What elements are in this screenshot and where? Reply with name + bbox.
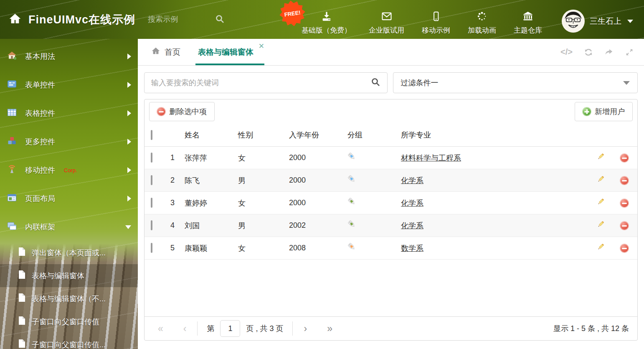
brand: FineUIMvc在线示例 [8,12,135,27]
sidebar-subitem-popup-window[interactable]: 弹出窗体（本页面或... [0,241,138,264]
tag-icon [347,155,357,163]
add-user-button[interactable]: 新增用户 [575,102,633,121]
sidebar-item-mobile-controls[interactable]: 移动控件 Corp. [0,156,138,184]
top-header: FineUIMvc在线示例 FREE! 基础版（免费） 企业版试用 [0,0,644,39]
sidebar-item-basic-usage[interactable]: 基本用法 [0,42,138,71]
next-page-button[interactable]: › [302,324,309,334]
tab-home[interactable]: 首页 [150,39,181,65]
file-icon [18,293,26,304]
select-all-checkbox[interactable] [151,130,152,140]
row-checkbox[interactable] [151,153,152,163]
col-gender[interactable]: 性别 [235,124,286,147]
search-icon[interactable] [215,14,225,25]
tag-icon [347,222,357,231]
mobile-icon [431,10,441,22]
home-icon[interactable] [8,12,22,27]
frames-icon [7,221,17,233]
col-name[interactable]: 姓名 [181,124,235,147]
source-code-icon[interactable]: </> [560,47,573,57]
table-row: 4 刘国 男 2002 化学系 [145,214,637,237]
pagination-bar: « ‹ 第 页 , 共 3 页 › » 显示 1 - 5 条 , 共 12 条 [145,316,637,340]
file-icon [18,339,26,349]
nav-loading-animation[interactable]: 加载动画 [459,10,505,35]
user-menu[interactable]: 三生石上 [562,10,633,33]
app-title: FineUIMvc在线示例 [28,12,135,27]
sidebar-item-iframe[interactable]: 内联框架 [0,213,138,241]
nav-label: 主题仓库 [514,25,542,35]
sidebar-subitem-grid-edit-window-2[interactable]: 表格与编辑窗体（不... [0,287,138,310]
major-link[interactable]: 数学系 [401,244,423,252]
delete-selected-button[interactable]: 删除选中项 [149,102,215,121]
delete-row-icon[interactable] [620,244,629,252]
major-link[interactable]: 化学系 [401,222,423,230]
row-checkbox[interactable] [151,243,152,253]
row-checkbox[interactable] [151,198,152,208]
plus-icon [583,107,591,116]
page-number-input[interactable] [220,320,240,337]
sidebar-subitem-child-to-parent[interactable]: 子窗口向父窗口传值 [0,310,138,333]
nav-label: 加载动画 [468,25,496,35]
table-row: 5 康颖颖 女 2008 数学系 [145,237,637,260]
avatar [562,10,585,33]
cubes-icon [7,136,17,148]
row-checkbox[interactable] [151,175,152,185]
data-grid: 姓名 性别 入学年份 分组 所学专业 1 [145,124,637,260]
grid-header-row: 姓名 性别 入学年份 分组 所学专业 [145,124,637,147]
edit-icon[interactable] [596,242,605,254]
form-icon [7,79,17,91]
tab-bar: 首页 表格与编辑窗体 ✕ </> [138,39,644,66]
corp-badge: Corp. [64,167,77,173]
keyword-search-input[interactable] [151,79,370,87]
filter-dropdown[interactable]: 过滤条件一 [393,72,638,93]
nav-enterprise-trial[interactable]: 企业版试用 [360,10,413,35]
antenna-icon [7,164,17,176]
delete-row-icon[interactable] [620,154,629,162]
edit-icon[interactable] [596,197,605,209]
major-link[interactable]: 化学系 [401,176,423,185]
row-checkbox[interactable] [151,220,152,230]
grid-empty-space [145,260,637,316]
tab-grid-edit-window[interactable]: 表格与编辑窗体 ✕ [195,39,264,65]
major-link[interactable]: 材料科学与工程系 [401,154,461,162]
minus-icon [157,107,165,116]
major-link[interactable]: 化学系 [401,199,423,207]
sidebar-subitem-child-to-parent-2[interactable]: 子窗口向父窗口传值... [0,333,138,349]
filter-row: 过滤条件一 [144,72,638,93]
chevron-right-icon [127,167,131,173]
sidebar-subitem-grid-edit-window[interactable]: 表格与编辑窗体 [0,264,138,287]
nav-theme-repo[interactable]: 主题仓库 [505,10,551,35]
edit-icon[interactable] [596,220,605,231]
nav-mobile-demo[interactable]: 移动示例 [413,10,459,35]
edit-icon[interactable] [596,175,605,186]
close-icon[interactable]: ✕ [259,43,264,50]
col-group[interactable]: 分组 [344,124,398,147]
header-search-input[interactable] [148,15,215,24]
chevron-right-icon [127,53,131,59]
sidebar-item-page-layout[interactable]: 页面布局 [0,184,138,213]
expand-icon[interactable] [625,48,634,57]
col-year[interactable]: 入学年份 [286,124,344,147]
chevron-right-icon [127,139,131,145]
delete-row-icon[interactable] [620,222,629,230]
search-icon[interactable] [370,77,380,89]
share-icon[interactable] [604,48,614,57]
edit-icon[interactable] [596,152,605,163]
chevron-down-icon [125,225,131,229]
first-page-button[interactable]: « [156,324,165,334]
mail-icon [380,10,393,22]
file-icon [18,316,26,327]
sidebar-item-grid-controls[interactable]: 表格控件 [0,99,138,127]
delete-row-icon[interactable] [620,176,629,185]
prev-page-button[interactable]: ‹ [182,324,188,334]
sidebar-item-form-controls[interactable]: 表单控件 [0,71,138,99]
last-page-button[interactable]: » [325,324,334,334]
refresh-icon[interactable] [584,48,593,57]
nav-label: 企业版试用 [369,25,404,35]
chevron-right-icon [127,82,131,88]
download-icon [321,10,332,22]
col-major[interactable]: 所学专业 [398,124,590,147]
delete-row-icon[interactable] [620,199,629,207]
file-icon [18,270,26,281]
sidebar-item-more-controls[interactable]: 更多控件 [0,127,138,156]
tab-content: 过滤条件一 删除选中项 新增用户 [138,66,644,349]
